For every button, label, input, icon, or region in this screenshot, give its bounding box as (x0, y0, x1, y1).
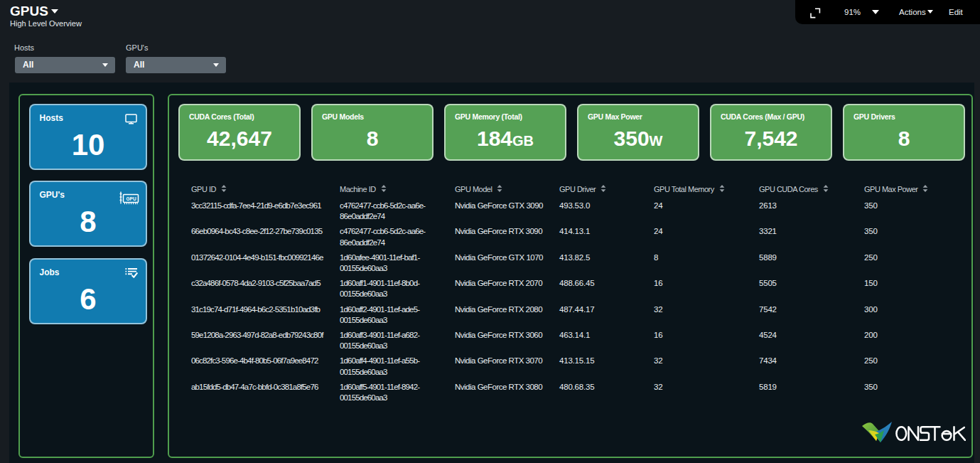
svg-text:GPU: GPU (126, 196, 136, 201)
